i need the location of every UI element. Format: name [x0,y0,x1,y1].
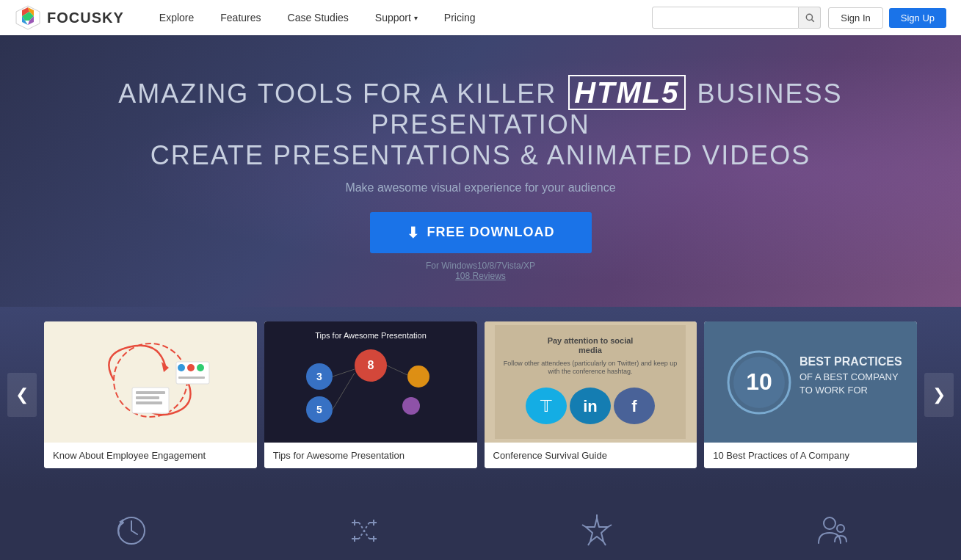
hero-subtitle: CREATE PRESENTATIONS & ANIMATED VIDEOS [151,140,810,171]
svg-rect-13 [136,396,159,399]
svg-text:OF A BEST COMPANY: OF A BEST COMPANY [799,371,899,382]
svg-text:Tips for Awesome Presentation: Tips for Awesome Presentation [315,331,427,340]
svg-rect-14 [136,401,162,404]
svg-line-64 [603,542,606,545]
features-section: Professional results in just 5 minutes I… [0,490,961,560]
nav-features[interactable]: Features [207,0,274,35]
carousel-image-4: 10 BEST PRACTICES OF A BEST COMPANY TO W… [704,321,917,443]
clock-icon [113,512,150,549]
nav-pricing[interactable]: Pricing [431,0,489,35]
support-dropdown-arrow: ▾ [414,14,418,22]
svg-text:in: in [584,397,598,415]
svg-line-65 [588,542,590,545]
svg-line-7 [811,20,813,22]
svg-text:f: f [632,397,638,415]
carousel-image-2: Tips for Awesome Presentation 3 8 5 [264,321,477,443]
feature-2: Infinite canvas & unlimited zoom and pan… [247,512,480,560]
logo-text: FOCUSKY [47,10,124,26]
svg-point-68 [837,525,844,532]
carousel-label-4: 10 Best Practices of A Company [704,443,917,468]
svg-point-6 [806,14,812,20]
feature-1: Professional results in just 5 minutes [15,512,247,560]
hero-section: AMAZING TOOLS FOR A KILLER HTML5 BUSINES… [0,35,961,307]
carousel-label-2: Tips for Awesome Presentation [264,443,477,468]
carousel-wrapper: ❮ [0,321,961,468]
signin-button[interactable]: Sign In [828,7,882,29]
navbar: FOCUSKY Explore Features Case Studies Su… [0,0,961,35]
signup-button[interactable]: Sign Up [889,8,946,28]
hero-title: AMAZING TOOLS FOR A KILLER HTML5 BUSINES… [15,76,946,140]
search-input[interactable] [652,7,799,29]
svg-text:with the conference hashtag.: with the conference hashtag. [548,368,633,375]
logo[interactable]: FOCUSKY [15,4,124,31]
svg-text:5: 5 [316,404,322,415]
nav-explore[interactable]: Explore [146,0,207,35]
svg-text:BEST PRACTICES: BEST PRACTICES [799,355,902,368]
svg-point-18 [197,364,204,371]
search-button[interactable] [799,7,821,29]
svg-text:10: 10 [746,368,772,395]
carousel-prev[interactable]: ❮ [7,373,37,417]
expand-icon [346,512,382,549]
svg-rect-12 [136,391,165,394]
reviews-link[interactable]: 108 Reviews [455,271,506,281]
svg-text:Follow other attendees (partic: Follow other attendees (particularly on … [504,360,677,367]
svg-rect-19 [178,377,205,379]
nav-support[interactable]: Support ▾ [362,0,431,35]
carousel-item-2[interactable]: Tips for Awesome Presentation 3 8 5 [264,321,477,468]
svg-text:TO WORK FOR: TO WORK FOR [799,385,868,396]
svg-text:Pay attention to social: Pay attention to social [548,336,634,345]
carousel-image-3: Pay attention to social media Follow oth… [485,321,697,443]
carousel-next[interactable]: ❯ [924,373,954,417]
search-area [652,7,821,29]
nav-links: Explore Features Case Studies Support ▾ … [146,0,652,35]
svg-rect-20 [275,325,466,439]
svg-marker-61 [586,518,608,542]
carousel-item-3[interactable]: Pay attention to social media Follow oth… [485,321,697,468]
carousel-label-3: Conference Survival Guide [485,443,697,468]
svg-point-29 [402,397,420,415]
svg-point-67 [824,517,835,529]
hero-description: Make awesome visual experience for your … [345,181,615,194]
svg-text:𝕋: 𝕋 [540,397,552,415]
platform-text: For Windows10/8/7Vista/XP [426,261,535,271]
logo-icon [15,4,41,31]
svg-point-16 [178,364,185,371]
feature-3: Smooth animation and transition effects [481,512,714,560]
download-button[interactable]: ⬇ FREE DOWNLOAD [370,212,592,253]
carousel-section: ❮ [0,307,961,490]
download-icon: ⬇ [407,224,420,241]
svg-point-17 [187,364,195,371]
carousel-item-4[interactable]: 10 BEST PRACTICES OF A BEST COMPANY TO W… [704,321,917,468]
svg-point-28 [407,366,429,388]
star-icon [579,512,615,549]
person-icon [811,512,848,549]
feature-4: Tons of built-in templates and character… [714,512,946,560]
svg-text:media: media [579,346,603,354]
search-icon [805,12,815,23]
carousel-item-1[interactable]: Know About Employee Engagement [44,321,257,468]
svg-line-63 [608,525,612,527]
svg-text:8: 8 [367,359,374,371]
carousel-image-1 [44,321,257,443]
nav-case-studies[interactable]: Case Studies [275,0,362,35]
carousel-items: Know About Employee Engagement Tips for … [44,321,917,468]
svg-line-66 [582,525,586,527]
svg-text:3: 3 [316,371,322,382]
carousel-label-1: Know About Employee Engagement [44,443,257,468]
